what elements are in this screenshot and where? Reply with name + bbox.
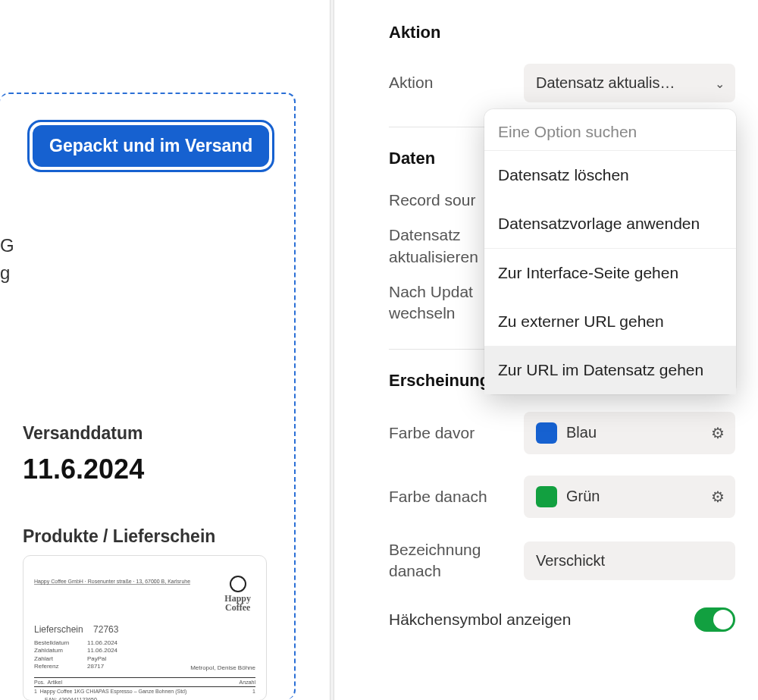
farbe-davor-label: Farbe davor: [389, 422, 524, 444]
farbe-danach-select[interactable]: Grün ⚙: [524, 476, 735, 518]
logo-text-2: Coffee: [224, 603, 251, 612]
produkte-label: Produkte / Lieferschein: [23, 526, 215, 547]
packed-shipped-button[interactable]: Gepackt und im Versand: [33, 125, 269, 167]
doc-logo: Happy Coffee: [224, 576, 251, 612]
farbe-davor-value: Blau: [566, 424, 597, 441]
button-selection-ring: Gepackt und im Versand: [27, 120, 274, 172]
doc-meta: Bestelldatum11.06.2024 Zahldatum11.06.20…: [34, 639, 117, 671]
doc-recipient: Metropol, Denise Böhne: [190, 664, 255, 671]
dropdown-item-apply-template[interactable]: Datensatzvorlage anwenden: [484, 199, 736, 248]
aktion-select-value: Datensatz aktualis…: [536, 74, 675, 91]
left-panel: Gepackt und im Versand G g Versanddatum …: [0, 0, 330, 700]
dropdown-search-input[interactable]: [498, 123, 722, 141]
color-swatch-green: [536, 486, 557, 507]
section-aktion-heading: Aktion: [389, 23, 735, 42]
farbe-davor-select[interactable]: Blau ⚙: [524, 412, 735, 454]
bezeichnung-danach-input[interactable]: Verschickt: [524, 541, 735, 580]
gear-icon[interactable]: ⚙: [711, 424, 725, 442]
hakchen-toggle[interactable]: [694, 607, 735, 632]
farbe-danach-label: Farbe danach: [389, 486, 524, 507]
bezeichnung-danach-label: Bezeichnungdanach: [389, 539, 524, 582]
doc-sender-address: Happy Coffee GmbH · Rosenunter straße · …: [34, 579, 190, 585]
dropdown-item-goto-external-url[interactable]: Zu externer URL gehen: [484, 297, 736, 346]
aktion-select[interactable]: Datensatz aktualis… ⌄: [524, 64, 735, 102]
dropdown-item-delete-record[interactable]: Datensatz löschen: [484, 151, 736, 199]
hakchen-label: Häkchensymbol anzeigen: [389, 609, 571, 630]
versanddatum-label: Versanddatum: [23, 423, 143, 444]
gear-icon[interactable]: ⚙: [711, 488, 725, 506]
logo-circle-icon: [230, 576, 246, 592]
dropdown-item-goto-record-url[interactable]: Zur URL im Datensatz gehen: [484, 346, 736, 394]
toggle-knob: [713, 610, 733, 629]
color-swatch-blue: [536, 422, 557, 444]
dropdown-item-goto-interface[interactable]: Zur Interface-Seite gehen: [484, 249, 736, 297]
chevron-down-icon: ⌄: [715, 76, 725, 90]
farbe-danach-value: Grün: [566, 488, 600, 505]
doc-table-row: 1 Happy Coffee 1KG CHIAPAS Espresso – Ga…: [34, 687, 255, 695]
aktion-label: Aktion: [389, 72, 524, 93]
lieferschein-preview[interactable]: Happy Coffee GmbH · Rosenunter straße · …: [23, 555, 267, 700]
doc-title: Lieferschein 72763: [34, 624, 255, 635]
doc-table-head: Pos. Artikel Anzahl: [34, 677, 255, 687]
doc-table-row-sub: EAN: 4260441123650: [34, 695, 255, 700]
versanddatum-value: 11.6.2024: [23, 454, 144, 485]
bezeichnung-danach-value: Verschickt: [536, 552, 605, 570]
dropdown-search: [484, 109, 736, 150]
clipped-text-2: g: [0, 262, 10, 284]
clipped-text-1: G: [0, 235, 14, 256]
aktion-dropdown: Datensatz löschen Datensatzvorlage anwen…: [484, 109, 736, 394]
